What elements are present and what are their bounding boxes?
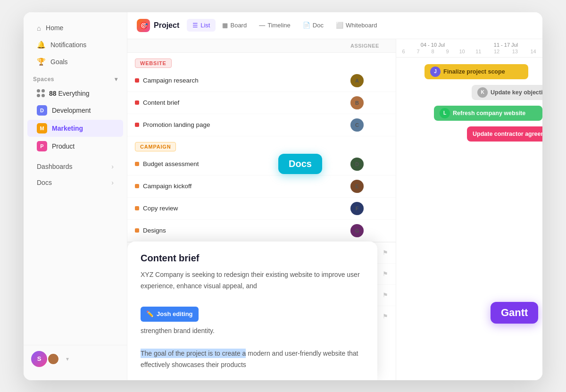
gantt-bar-row: K Update key objectives <box>396 82 542 103</box>
sidebar-item-home[interactable]: ⌂ Home <box>27 20 123 36</box>
gantt-bar-row: Update contractor agreement <box>396 124 542 144</box>
whiteboard-icon: ⬜ <box>336 22 343 29</box>
avatar: L <box>440 108 450 118</box>
project-title: Project <box>154 21 179 30</box>
docs-panel-text: XYZ Company is seeking to redesign their… <box>141 269 364 371</box>
table-row[interactable]: Copy review F <box>127 198 396 220</box>
table-row[interactable]: Campaign kickoff E <box>127 175 396 198</box>
avatar: A <box>350 74 364 87</box>
sidebar: ⌂ Home 🔔 Notifications 🏆 Goals Spaces ▾ … <box>24 12 127 380</box>
gantt-label-bubble: Gantt <box>491 302 538 324</box>
grid-icon <box>37 89 45 98</box>
dot-icon <box>135 228 139 233</box>
tab-whiteboard[interactable]: ⬜ Whiteboard <box>330 19 383 32</box>
chevron-down-icon[interactable]: ▾ <box>66 356 69 362</box>
sidebar-item-notifications[interactable]: 🔔 Notifications <box>27 37 123 53</box>
trophy-icon: 🏆 <box>37 58 46 66</box>
task-list-header: ASSIGNEE <box>127 39 396 53</box>
gantt-area: 04 - 10 Jul 6 7 8 9 10 11 - 17 Jul 11 <box>396 39 542 380</box>
sidebar-item-development[interactable]: D Development <box>27 102 123 119</box>
sidebar-item-label: Goals <box>50 58 68 66</box>
board-icon: ▦ <box>222 22 228 29</box>
tab-timeline[interactable]: — Timeline <box>253 19 296 32</box>
list-icon: ☰ <box>192 22 198 29</box>
avatar: S <box>31 351 47 367</box>
section-campaign: CAMPAIGN Budget assessment D Campaign ki… <box>127 136 396 242</box>
sidebar-item-dashboards[interactable]: Dashboards › <box>27 159 123 174</box>
dot-icon <box>135 78 139 83</box>
gantt-week-1: 04 - 10 Jul 6 7 8 9 10 <box>396 39 469 57</box>
table-row[interactable]: Budget assessment D <box>127 153 396 175</box>
docs-bubble: Docs <box>278 154 322 174</box>
tab-doc[interactable]: 📄 Doc <box>297 19 329 32</box>
dot-icon <box>135 184 139 188</box>
gantt-bar-contractor[interactable]: Update contractor agreement <box>467 126 542 142</box>
marketing-avatar: M <box>37 123 47 133</box>
home-icon: ⌂ <box>37 24 41 32</box>
avatar: F <box>350 202 364 215</box>
pencil-icon: ✏️ <box>146 309 154 319</box>
sidebar-space-label: Marketing <box>52 125 83 132</box>
sidebar-item-goals[interactable]: 🏆 Goals <box>27 54 123 70</box>
project-header: 🎯 Project ☰ List ▦ Board — Timeline 📄 Do… <box>127 12 542 39</box>
sidebar-item-everything[interactable]: 88 Everything <box>27 86 123 101</box>
tab-list[interactable]: ☰ List <box>187 19 216 32</box>
sidebar-item-docs[interactable]: Docs › <box>27 175 123 190</box>
bell-icon: 🔔 <box>37 41 46 49</box>
chevron-right-icon: › <box>111 163 114 170</box>
docs-label: Docs <box>37 179 52 186</box>
gantt-bar-objectives[interactable]: K Update key objectives <box>472 85 542 100</box>
avatar: C <box>350 118 364 132</box>
nav-tabs: ☰ List ▦ Board — Timeline 📄 Doc ⬜ Whi <box>187 19 383 32</box>
dot-icon <box>135 206 139 210</box>
section-website: WEBSITE Campaign research A Content brie… <box>127 53 396 136</box>
section-label-campaign: CAMPAIGN <box>135 142 176 151</box>
main-content: 🎯 Project ☰ List ▦ Board — Timeline 📄 Do… <box>127 12 542 380</box>
editor-badge: ✏️ Josh editing <box>141 307 199 322</box>
gantt-bar-row: J Finalize project scope <box>396 61 542 82</box>
docs-panel: Content brief XYZ Company is seeking to … <box>127 242 377 380</box>
sidebar-item-label: Home <box>46 24 63 32</box>
user-profile[interactable]: S ▾ <box>24 345 127 373</box>
project-icon: 🎯 <box>137 19 150 32</box>
sidebar-everything-label: 88 Everything <box>49 90 90 97</box>
gantt-bar-finalize[interactable]: J Finalize project scope <box>424 64 528 79</box>
section-label-website: WEBSITE <box>135 58 172 68</box>
product-avatar: P <box>37 141 47 151</box>
sidebar-item-marketing[interactable]: M Marketing <box>27 120 123 137</box>
sidebar-item-product[interactable]: P Product <box>27 138 123 155</box>
development-avatar: D <box>37 105 47 116</box>
dashboards-label: Dashboards <box>37 163 73 170</box>
flag-icon: ⚑ <box>383 292 388 299</box>
chevron-down-icon[interactable]: ▾ <box>115 76 118 83</box>
table-row[interactable]: Designs G <box>127 220 396 242</box>
table-row[interactable]: Campaign research A <box>127 70 396 92</box>
gantt-bar-row: L Refresh company website <box>396 103 542 124</box>
flag-icon: ⚑ <box>383 249 388 256</box>
avatar: J <box>430 67 441 77</box>
avatar: E <box>350 180 364 193</box>
gantt-header: 04 - 10 Jul 6 7 8 9 10 11 - 17 Jul 11 <box>396 39 542 58</box>
gantt-bar-website[interactable]: L Refresh company website <box>434 106 542 121</box>
doc-icon: 📄 <box>303 22 310 29</box>
gantt-body: J Finalize project scope K Update key ob… <box>396 58 542 148</box>
docs-panel-title: Content brief <box>141 253 364 264</box>
avatar: D <box>350 158 364 171</box>
sidebar-item-label: Notifications <box>50 41 86 49</box>
avatar: K <box>477 87 488 98</box>
timeline-icon: — <box>259 22 265 29</box>
gantt-week-2: 11 - 17 Jul 11 12 13 14 <box>469 39 542 57</box>
highlighted-text: The goal of the project is to create a <box>141 349 246 358</box>
tab-board[interactable]: ▦ Board <box>216 19 252 32</box>
table-row[interactable]: Content brief B <box>127 92 396 114</box>
dot-icon <box>135 123 139 127</box>
dot-icon <box>135 162 139 166</box>
chevron-right-icon: › <box>111 179 114 186</box>
dot-icon <box>135 100 139 105</box>
sidebar-space-label: Development <box>52 107 91 114</box>
flag-icon: ⚑ <box>383 270 388 277</box>
sidebar-space-label: Product <box>52 142 75 150</box>
flag-icon: ⚑ <box>383 313 388 320</box>
table-row[interactable]: Promotion landing page C <box>127 114 396 136</box>
avatar: B <box>350 96 364 109</box>
